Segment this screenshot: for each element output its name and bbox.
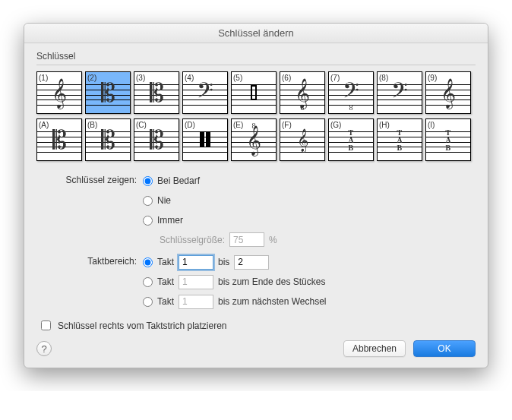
range-opt-prefix: Takt: [157, 257, 174, 267]
clef-number: (D): [185, 121, 195, 129]
clef-number: (C): [136, 121, 147, 129]
clef-size-unit: %: [269, 235, 277, 245]
place-right-of-barline[interactable]: Schlüssel rechts vom Taktstrich platzier…: [38, 318, 476, 333]
clef-cell[interactable]: (9)𝄞: [425, 71, 471, 114]
clef-cell[interactable]: (A)𝄡: [36, 118, 82, 161]
clef-number: (F): [282, 121, 292, 129]
clef-cell[interactable]: (4)𝄢: [182, 71, 228, 114]
octave-marker: 8: [301, 103, 305, 112]
clef-cell[interactable]: (C)𝄡: [134, 118, 179, 161]
dialog-content: Schlüssel (1)𝄞(2)𝄡(3)𝄡(4)𝄢(5)(6)𝄞8(7)𝄢8(…: [24, 43, 488, 368]
clef-size-row: Schlüsselgröße: %: [160, 232, 277, 247]
dialog-title: Schlüssel ändern: [24, 24, 488, 43]
clef-cell[interactable]: (E)𝄞8: [231, 118, 277, 161]
show-radio-when-needed[interactable]: [143, 176, 153, 186]
range-opt-prefix: Takt: [157, 276, 174, 287]
clef-number: (9): [428, 74, 437, 82]
range-from-input-2: [179, 275, 213, 289]
range-radio-to-next[interactable]: [143, 297, 153, 307]
show-option-label: Nie: [157, 195, 171, 206]
tab-glyph-icon: T A B: [445, 129, 450, 152]
clef-glyph-icon: 𝄞: [297, 131, 308, 150]
ok-button[interactable]: OK: [413, 340, 476, 357]
clef-glyph-icon: 𝄡: [150, 128, 164, 153]
tab-glyph-icon: T A B: [348, 129, 353, 152]
percussion-glyph-icon: [200, 132, 210, 147]
clef-cell[interactable]: (I)T A B: [425, 118, 471, 161]
clef-row-2: (A)𝄡(B)𝄡(C)𝄡(D)(E)𝄞8(F)𝄞(G)T A B(H)T A B…: [36, 118, 476, 161]
range-label: Taktbereich:: [36, 254, 143, 267]
clef-cell[interactable]: (3)𝄡: [134, 71, 179, 114]
dialog-footer: ? Abbrechen OK: [36, 340, 476, 357]
range-radio-from-to[interactable]: [143, 257, 153, 267]
range-option-to-next[interactable]: Takt bis zum nächsten Wechsel: [143, 294, 327, 309]
clef-number: (H): [379, 121, 390, 129]
show-option-when-needed[interactable]: Bei Bedarf: [143, 173, 277, 188]
clef-cell[interactable]: (2)𝄡: [85, 71, 131, 114]
clef-number: (8): [379, 74, 388, 82]
clef-size-label: Schlüsselgröße:: [160, 235, 225, 245]
show-option-label: Immer: [157, 215, 183, 226]
clef-cell[interactable]: (H)T A B: [377, 118, 422, 161]
clef-glyph-icon: 𝄢: [197, 81, 213, 106]
clef-glyph-icon: 𝄡: [101, 128, 115, 153]
clef-number: (2): [87, 74, 96, 82]
clef-number: (I): [428, 121, 435, 129]
clef-row-1: (1)𝄞(2)𝄡(3)𝄡(4)𝄢(5)(6)𝄞8(7)𝄢8(8)𝄢(9)𝄞: [36, 71, 476, 114]
range-option-to-end[interactable]: Takt bis zum Ende des Stückes: [143, 274, 327, 289]
show-radio-always[interactable]: [143, 216, 153, 226]
tab-glyph-icon: T A B: [397, 129, 402, 152]
clef-cell[interactable]: (7)𝄢8: [328, 71, 374, 114]
clef-cell[interactable]: (8)𝄢: [377, 71, 422, 114]
clef-number: (3): [136, 74, 145, 82]
clef-group-label: Schlüssel: [36, 51, 476, 62]
clef-number: (5): [233, 74, 242, 82]
range-option-from-to[interactable]: Takt bis: [143, 254, 327, 270]
clef-number: (1): [39, 74, 48, 82]
clef-glyph-icon: 𝄞: [52, 81, 67, 106]
show-clef-options: Bei Bedarf Nie Immer Schlüsselgröße: %: [143, 173, 277, 247]
show-option-always[interactable]: Immer: [143, 213, 277, 228]
help-button[interactable]: ?: [36, 341, 52, 356]
show-clef-label: Schlüssel zeigen:: [36, 173, 143, 185]
clef-number: (G): [330, 121, 341, 129]
clef-cell[interactable]: (6)𝄞8: [280, 71, 325, 114]
show-option-label: Bei Bedarf: [157, 175, 200, 186]
range-to-input[interactable]: [234, 255, 269, 270]
clef-number: (4): [185, 74, 194, 82]
clef-number: (A): [39, 121, 49, 129]
clef-glyph-icon: 𝄢: [391, 81, 408, 106]
show-clef-row: Schlüssel zeigen: Bei Bedarf Nie Immer S…: [36, 173, 476, 247]
clef-number: (B): [87, 121, 97, 129]
clef-glyph-icon: 𝄡: [101, 81, 115, 106]
range-opt-tail: bis zum nächsten Wechsel: [218, 296, 327, 307]
range-row: Taktbereich: Takt bis Takt bis zum Ende …: [36, 254, 476, 309]
clef-cell[interactable]: (D): [182, 118, 228, 161]
show-radio-never[interactable]: [143, 196, 153, 206]
clef-cell[interactable]: (B)𝄡: [85, 118, 131, 161]
clef-cell[interactable]: (1)𝄞: [36, 71, 82, 114]
clef-number: (E): [233, 121, 243, 129]
clef-size-input: [229, 232, 264, 247]
range-opt-tail: bis zum Ende des Stückes: [218, 276, 325, 287]
dialog-window: Schlüssel ändern Schlüssel (1)𝄞(2)𝄡(3)𝄡(…: [24, 23, 488, 368]
clef-cell[interactable]: (5): [231, 71, 277, 114]
place-right-checkbox[interactable]: [41, 321, 51, 330]
range-options: Takt bis Takt bis zum Ende des Stückes T…: [143, 254, 327, 309]
range-radio-to-end[interactable]: [143, 277, 153, 287]
show-option-never[interactable]: Nie: [143, 193, 277, 208]
clef-cell[interactable]: (F)𝄞: [280, 118, 325, 161]
clef-grid: (1)𝄞(2)𝄡(3)𝄡(4)𝄢(5)(6)𝄞8(7)𝄢8(8)𝄢(9)𝄞 (A…: [36, 65, 476, 161]
clef-glyph-icon: 𝄡: [150, 81, 164, 106]
place-right-label: Schlüssel rechts vom Taktstrich platzier…: [58, 321, 227, 331]
range-from-input[interactable]: [179, 255, 213, 270]
button-group: Abbrechen OK: [343, 340, 476, 357]
range-opt-mid: bis: [218, 257, 229, 267]
clef-glyph-icon: 𝄞: [246, 128, 261, 153]
range-from-input-3: [179, 295, 213, 309]
percussion-glyph-icon: [251, 85, 257, 100]
cancel-button[interactable]: Abbrechen: [343, 340, 406, 357]
octave-marker: 8: [252, 122, 256, 130]
clef-number: (7): [330, 74, 340, 82]
clef-cell[interactable]: (G)T A B: [328, 118, 374, 161]
